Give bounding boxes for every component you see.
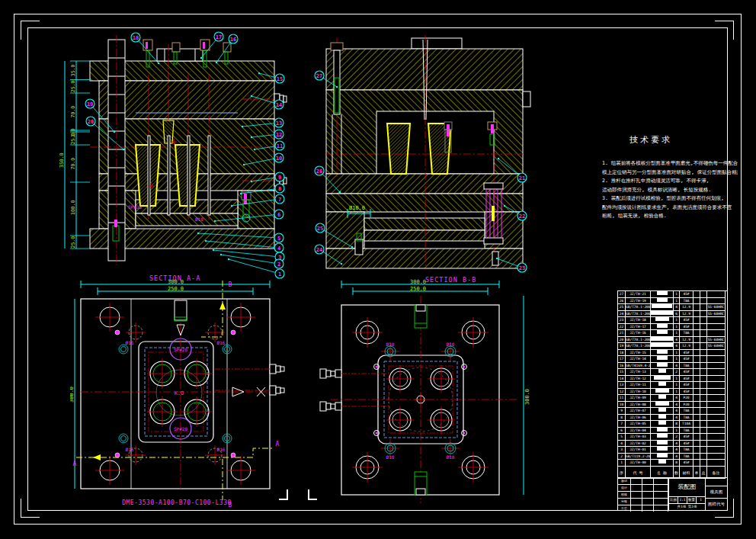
part-cell: 45# [680,460,694,467]
aa-dim-value: 25.0 [70,236,76,249]
aa-sp-label: SP#30 [128,204,142,210]
title-block-row: 校核 [618,492,668,499]
parts-table-row: 1JZ/TH-00水嘴845# [618,460,727,467]
part-name: 支承板 [657,356,668,360]
part-cell: 8 [674,421,680,428]
part-name: 动模板 [657,350,668,354]
part-cell: 55-60HRC [707,343,726,350]
part-cell: 55-60HRC [707,311,726,318]
part-cell: 1 [674,317,680,324]
title-block-row-cell [642,499,654,505]
plan-view-right: 300.0 250.0 300.0 [319,279,547,509]
part-name-cell: 拉料杆 [651,428,674,435]
part-cell: 45# [680,376,694,383]
part-cell: 17 [618,356,626,363]
part-cell: 4 [674,415,680,422]
part-name-cell: 垫块 [651,369,674,376]
parts-table-row: 16GB/T4169.4-2006复位杆4T8A [618,363,727,370]
part-name-cell: 动模座板 [651,389,674,396]
part-cell [694,330,700,337]
balloon-number: 9 [278,175,281,181]
part-cell: 13 [618,382,626,389]
part-cell: 4 [674,337,680,344]
aa-dim-value: 35.0 [70,65,76,77]
part-cell [694,350,700,357]
part-cell [694,408,700,415]
part-name: 导套 [658,408,666,412]
parts-table-row: 15JZ/TH-13垫块245# [618,369,727,376]
pl-dim-left: 300.0 [70,387,75,403]
part-cell: JZ/TH-02 [626,441,651,448]
part-cell [694,428,700,435]
parts-table-row: 20GB/T70.1-2000内六角螺钉M12412.955-60HRC [618,337,727,344]
part-cell: JZ/TH-01 [626,447,651,454]
part-cell [707,363,726,370]
part-cell [700,298,707,305]
balloon-number: 18 [133,35,139,41]
part-name-cell: 导套 [651,408,674,415]
section-aa-view: 35.025.070.01.025.070.0100.025.0350.0 SP… [59,29,290,285]
part-name: 拉料杆 [657,428,668,432]
part-name-cell: 内六角螺钉M12 [651,343,674,350]
part-cell [700,402,707,409]
part-cell [694,317,700,324]
balloon-number: 10 [276,156,282,162]
part-cell: JZ/TH-10 [626,389,651,396]
drawing-type-label: 模具图 [706,486,727,499]
tech-requirement-line: 配件均须按设计图纸要求生产, 表面光洁度须符合要求不宜 [602,204,738,213]
part-name-cell: 型芯 [651,395,674,402]
pl-dim-300: 300.0 [168,279,184,285]
part-name: 定模板 [657,324,668,328]
title-block-row-cell [654,478,668,484]
part-name: 型腔镶块 [655,402,669,406]
title-block-row: 标记 [618,478,668,485]
part-cell [707,389,726,396]
part-cell [694,343,700,350]
pl-sp-label-top: SP#20 [174,347,187,352]
part-cell [700,434,707,441]
title-block-row-label: 设计 [618,485,631,491]
balloon-number: 1 [278,271,281,278]
part-name: 垫块 [658,369,666,373]
part-cell: JZ/TH-15 [626,350,651,357]
pl-ko-label: K.O [175,390,184,396]
part-cell [707,428,726,435]
fold-mark-right [308,489,317,500]
part-cell [700,350,707,357]
part-cell [700,356,707,363]
part-cell: 2 [618,454,626,460]
title-block-row-label: 审核 [618,499,631,505]
part-cell [700,441,707,448]
part-cell [700,395,707,402]
part-cell: 24 [618,311,626,318]
part-cell [694,421,700,428]
parts-table-row: 14JZ/TH-12推杆固定板145# [618,376,727,383]
pr-guide-bushings [356,321,485,479]
part-name-cell: 复位杆 [651,363,674,370]
part-cell: P20 [680,402,694,409]
title-block-row-cell [654,499,668,505]
part-cell: 1 [674,350,680,357]
part-cell: T8A [680,415,694,422]
part-cell: JZ/TH-05 [626,421,651,428]
parts-table-row: 2GB/T119.2-2000圆柱销4T8A [618,454,727,460]
part-name-cell: 内六角螺钉M12 [651,337,674,344]
qty-label: 数量 [687,497,697,503]
technical-requirements-body: 1. 组装前将各模板分型面基准平面磨光,不得碰伤每一件配合面,模上定位销与另一分… [602,159,738,221]
part-name: 定位销 [657,447,668,451]
balloon-number: 17 [216,34,222,40]
part-cell [700,343,707,350]
part-cell [694,363,700,370]
part-cell [707,408,726,415]
part-cell [707,356,726,363]
balloon-number: 2 [277,261,280,268]
part-cell: 4 [674,454,680,460]
part-name-cell: 型腔镶块 [651,402,674,409]
part-cell: JZ/TH-21 [626,291,651,298]
aa-dim-value: 70.0 [70,158,76,170]
pl-hole-label-1: Ø16 [126,340,134,345]
part-cell: 4 [674,447,680,454]
aa-dim-overall: 350.0 [59,152,65,168]
part-name-cell: 定模板 [651,324,674,331]
part-cell [707,324,726,331]
